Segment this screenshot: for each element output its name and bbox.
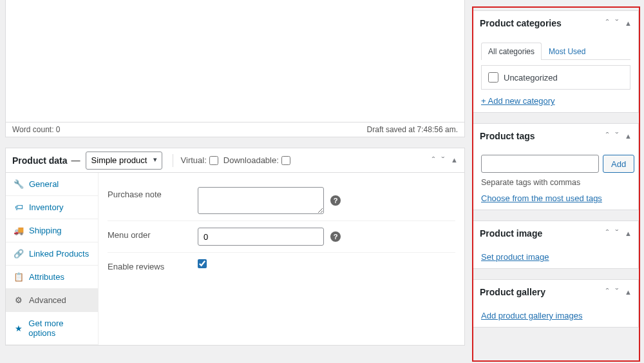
product-data-header: Product data — Simple product Virtual: [6,148,464,173]
collapse-icon[interactable]: ▲ [625,289,632,296]
image-title: Product image [480,228,542,239]
enable-reviews-label: Enable reviews [108,259,198,271]
list-icon: 📋 [14,272,24,282]
category-item[interactable]: Uncategorized [488,72,623,83]
tag-icon: 🏷 [14,202,24,212]
category-checkbox[interactable] [488,72,498,83]
category-label: Uncategorized [504,73,558,83]
categories-title: Product categories [480,18,562,28]
help-icon[interactable]: ? [330,231,341,242]
virtual-checkbox[interactable] [209,156,218,165]
chevron-down-icon[interactable]: ˇ [441,156,444,165]
downloadable-label: Downloadable: [223,155,279,165]
chevron-down-icon[interactable]: ˇ [615,288,618,297]
tag-hint: Separate tags with commas [481,178,630,187]
link-icon: 🔗 [14,249,24,259]
editor-footer: Word count: 0 Draft saved at 7:48:56 am. [5,122,465,137]
gallery-title: Product gallery [480,287,545,297]
product-gallery-box: Product gallery ˆ ˇ ▲ Add product galler… [473,279,639,328]
chevron-down-icon[interactable]: ˇ [615,19,618,28]
star-icon: ★ [14,324,23,333]
virtual-label: Virtual: [181,155,207,165]
add-gallery-images-link[interactable]: Add product gallery images [481,311,583,320]
chevron-up-icon[interactable]: ˆ [606,229,609,238]
product-image-box: Product image ˆ ˇ ▲ Set product image [473,221,639,269]
draft-status: Draft saved at 7:48:56 am. [367,125,458,134]
gear-icon: ⚙ [14,295,24,305]
collapse-icon[interactable]: ▲ [625,20,632,27]
category-tabs: All categories Most Used [481,42,630,60]
categories-header: Product categories ˆ ˇ ▲ [473,11,638,35]
product-data-title: Product data — [12,155,80,166]
product-categories-box: Product categories ˆ ˇ ▲ All categories … [473,10,639,113]
tags-header: Product tags ˆ ˇ ▲ [473,124,638,148]
purchase-note-label: Purchase note [108,187,198,199]
collapse-icon[interactable]: ▲ [625,133,632,140]
set-product-image-link[interactable]: Set product image [481,252,549,262]
product-data-tabs: 🔧 General 🏷 Inventory 🚚 Shipping 🔗 Linke… [6,173,99,345]
category-list: Uncategorized [481,65,630,90]
enable-reviews-checkbox[interactable] [198,259,207,268]
tab-inventory[interactable]: 🏷 Inventory [6,196,98,219]
tab-shipping[interactable]: 🚚 Shipping [6,219,98,242]
image-header: Product image ˆ ˇ ▲ [473,221,638,246]
menu-order-label: Menu order [108,228,198,240]
chevron-down-icon[interactable]: ˇ [615,132,618,141]
tab-all-categories[interactable]: All categories [481,43,542,60]
tab-general[interactable]: 🔧 General [6,173,98,196]
add-new-category-link[interactable]: + Add new category [481,96,555,106]
chevron-up-icon[interactable]: ˆ [606,19,609,28]
collapse-icon[interactable]: ▲ [625,230,632,237]
separator [173,154,173,167]
tab-most-used[interactable]: Most Used [542,43,592,60]
product-type-select[interactable]: Simple product [86,152,162,170]
chevron-down-icon[interactable]: ˇ [615,229,618,238]
tab-get-more[interactable]: ★ Get more options [6,312,98,345]
tab-attributes[interactable]: 📋 Attributes [6,266,98,289]
chevron-up-icon[interactable]: ˆ [432,156,435,165]
tab-advanced[interactable]: ⚙ Advanced [6,289,98,312]
product-data-box: Product data — Simple product Virtual: [5,148,465,346]
wrench-icon: 🔧 [14,179,24,189]
truck-icon: 🚚 [14,226,24,235]
product-tags-box: Product tags ˆ ˇ ▲ Add Separate tags wit… [473,123,639,210]
add-tag-button[interactable]: Add [603,155,634,173]
help-icon[interactable]: ? [330,195,341,206]
downloadable-checkbox[interactable] [281,156,290,165]
word-count: Word count: 0 [12,125,60,134]
chevron-up-icon[interactable]: ˆ [606,132,609,141]
tag-input[interactable] [481,155,599,173]
collapse-icon[interactable]: ▲ [451,157,458,164]
gallery-header: Product gallery ˆ ˇ ▲ [473,280,638,304]
chevron-up-icon[interactable]: ˆ [606,288,609,297]
content-editor[interactable] [5,0,465,123]
tab-linked-products[interactable]: 🔗 Linked Products [6,242,98,266]
purchase-note-input[interactable] [198,187,324,214]
product-data-panel: Purchase note ? Menu order ? [99,173,464,345]
choose-tags-link[interactable]: Choose from the most used tags [481,193,602,203]
tags-title: Product tags [480,131,535,141]
menu-order-input[interactable] [198,228,324,246]
